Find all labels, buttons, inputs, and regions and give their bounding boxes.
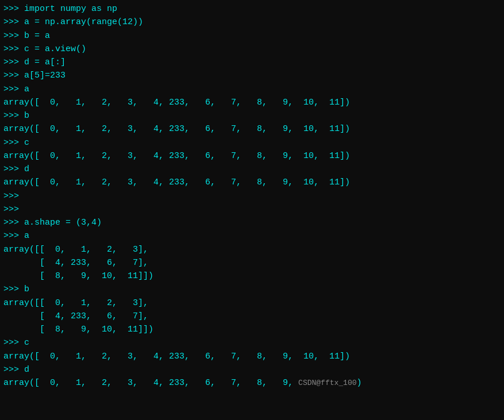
line-23: array([[ 0, 1, 2, 3], (3, 296, 501, 310)
line-22: >>> b (3, 283, 501, 296)
line-8: array([ 0, 1, 2, 3, 4, 233, 6, 7, 8, 9, … (3, 96, 501, 109)
line-17: >>> a.shape = (3,4) (3, 216, 501, 229)
line-18: >>> a (3, 229, 501, 242)
line-20: [ 4, 233, 6, 7], (3, 256, 501, 269)
line-10: array([ 0, 1, 2, 3, 4, 233, 6, 7, 8, 9, … (3, 122, 501, 136)
line-19: array([[ 0, 1, 2, 3], (3, 243, 501, 256)
terminal-window: >>> import numpy as np >>> a = np.array(… (0, 0, 504, 420)
line-15: >>> (3, 190, 501, 203)
line-21: [ 8, 9, 10, 11]]) (3, 269, 501, 283)
line-1: >>> import numpy as np (3, 2, 501, 16)
line-13: >>> d (3, 163, 501, 176)
line-3: >>> b = a (3, 29, 501, 43)
line-24: [ 4, 233, 6, 7], (3, 310, 501, 323)
line-9: >>> b (3, 109, 501, 122)
line-16: >>> (3, 203, 501, 216)
line-14: array([ 0, 1, 2, 3, 4, 233, 6, 7, 8, 9, … (3, 176, 501, 189)
line-6: >>> a[5]=233 (3, 69, 501, 82)
line-5: >>> d = a[:] (3, 56, 501, 69)
line-28: >>> d (3, 363, 501, 376)
line-29: array([ 0, 1, 2, 3, 4, 233, 6, 7, 8, 9, … (3, 376, 501, 390)
line-12: array([ 0, 1, 2, 3, 4, 233, 6, 7, 8, 9, … (3, 149, 501, 163)
line-4: >>> c = a.view() (3, 43, 501, 56)
line-27: array([ 0, 1, 2, 3, 4, 233, 6, 7, 8, 9, … (3, 350, 501, 363)
line-26: >>> c (3, 336, 501, 349)
line-7: >>> a (3, 83, 501, 96)
line-11: >>> c (3, 136, 501, 149)
line-2: >>> a = np.array(range(12)) (3, 16, 501, 29)
line-25: [ 8, 9, 10, 11]]) (3, 323, 501, 336)
